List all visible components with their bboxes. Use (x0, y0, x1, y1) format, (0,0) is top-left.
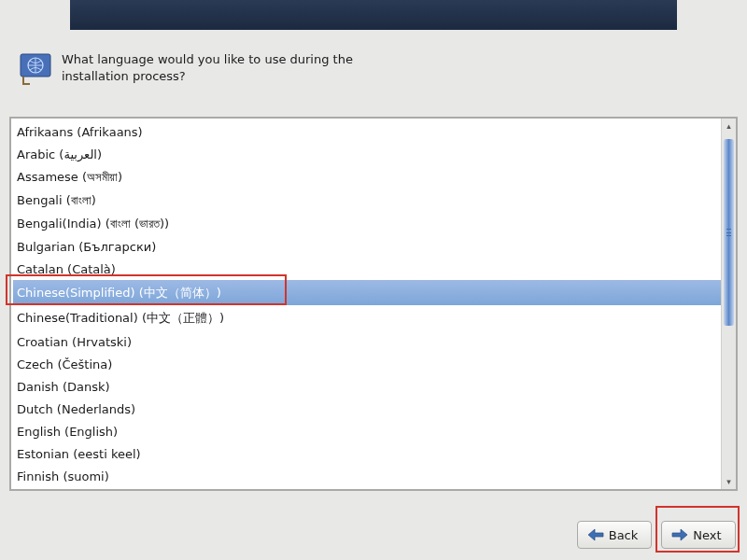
language-option[interactable]: Estonian (eesti keel) (13, 442, 721, 465)
language-option[interactable]: Croatian (Hrvatski) (13, 330, 721, 353)
scroll-down-arrow[interactable]: ▾ (722, 474, 736, 489)
language-listbox[interactable]: Afrikaans (Afrikaans)Arabic (العربية)Ass… (11, 119, 721, 489)
language-option[interactable]: Bengali(India) (বাংলা (ভারত)) (13, 212, 721, 235)
scroll-thumb[interactable] (724, 139, 734, 326)
language-option[interactable]: Chinese(Traditional) (中文（正體）) (13, 305, 721, 330)
next-button[interactable]: Next (661, 521, 736, 549)
arrow-left-icon (587, 528, 604, 541)
top-banner (70, 0, 677, 30)
svg-rect-2 (22, 77, 24, 84)
prompt-text: What language would you like to use duri… (62, 51, 353, 84)
back-label: Back (609, 528, 639, 542)
arrow-right-icon (671, 528, 688, 541)
prompt-row: What language would you like to use duri… (19, 51, 353, 85)
language-option[interactable]: Dutch (Nederlands) (13, 398, 721, 420)
language-option[interactable]: Bulgarian (Български) (13, 235, 721, 258)
prompt-line2: installation process? (62, 68, 353, 85)
language-option[interactable]: Chinese(Simplified) (中文（简体）) (13, 280, 721, 305)
next-label: Next (693, 528, 721, 542)
button-bar: Back Next (577, 521, 736, 549)
language-globe-icon (19, 51, 52, 85)
language-option[interactable]: Afrikaans (Afrikaans) (13, 120, 721, 143)
prompt-line1: What language would you like to use duri… (62, 51, 353, 68)
scrollbar[interactable]: ▴ ▾ (721, 119, 736, 489)
language-option[interactable]: Catalan (Català) (13, 258, 721, 280)
language-option[interactable]: Assamese (অসমীয়া) (13, 165, 721, 189)
language-option[interactable]: English (English) (13, 420, 721, 442)
back-button[interactable]: Back (577, 521, 652, 549)
language-option[interactable]: Czech (Čeština) (13, 353, 721, 375)
language-option[interactable]: French (Français) (13, 487, 721, 489)
language-option[interactable]: Finnish (suomi) (13, 465, 721, 487)
language-option[interactable]: Bengali (বাংলা) (13, 189, 721, 212)
language-option[interactable]: Arabic (العربية) (13, 143, 721, 165)
language-option[interactable]: Danish (Dansk) (13, 375, 721, 398)
scroll-up-arrow[interactable]: ▴ (722, 119, 736, 133)
language-list-frame: Afrikaans (Afrikaans)Arabic (العربية)Ass… (9, 117, 738, 491)
